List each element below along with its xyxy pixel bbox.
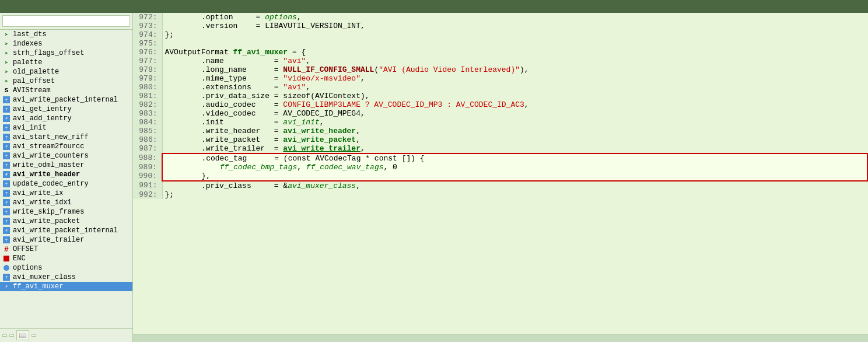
hash-icon: #: [2, 245, 10, 253]
sidebar-item-label: avi_start_new_riff: [13, 133, 89, 141]
sidebar-item-ff_avi_muxer[interactable]: fff_avi_muxer: [0, 282, 132, 291]
line-content: },: [162, 172, 867, 181]
sidebar-item-avi_write_ix[interactable]: favi_write_ix: [0, 189, 132, 198]
sidebar-item-avi_muxer_class[interactable]: favi_muxer_class: [0, 273, 132, 282]
sidebar-item-label: ENC: [13, 254, 26, 263]
line-content: };: [162, 190, 867, 199]
blue-square-icon: f: [2, 282, 10, 291]
sidebar: ➤last_dts➤indexes➤strh_flags_offset➤pale…: [0, 13, 133, 342]
sidebar-item-avi_write_packet_internal[interactable]: favi_write_packet_internal: [0, 95, 132, 104]
line-content: .priv_data_size = sizeof(AVIContext),: [162, 92, 867, 100]
sidebar-item-palette[interactable]: ➤palette: [0, 58, 132, 67]
sidebar-item-indexes[interactable]: ➤indexes: [0, 39, 132, 48]
line-number: 983:: [133, 109, 162, 118]
line-content: .codec_tag = (const AVCodecTag * const […: [162, 153, 867, 163]
sidebar-item-label: avi_write_counters: [13, 152, 89, 160]
blue-square-icon: f: [2, 217, 10, 225]
sidebar-item-avi_write_counters[interactable]: favi_write_counters: [0, 151, 132, 160]
sidebar-item-pal_offset[interactable]: ➤pal_offset: [0, 76, 132, 86]
sidebar-item-label: write_odml_master: [13, 161, 84, 169]
blue-square-icon: f: [2, 142, 10, 151]
green-arrow-icon: ➤: [2, 77, 10, 85]
code-line-981: 981: .priv_data_size = sizeof(AVIContext…: [133, 92, 867, 100]
line-number: 976:: [133, 48, 162, 57]
code-line-988: 988: .codec_tag = (const AVCodecTag * co…: [133, 153, 867, 163]
line-number: 973:: [133, 22, 162, 30]
sidebar-item-last_dts[interactable]: ➤last_dts: [0, 30, 132, 39]
book-button[interactable]: 📖: [16, 330, 29, 340]
app-container: ➤last_dts➤indexes➤strh_flags_offset➤pale…: [0, 0, 868, 342]
code-line-983: 983: .video_codec = AV_CODEC_ID_MPEG4,: [133, 109, 867, 118]
sidebar-item-avi_write_packet[interactable]: favi_write_packet: [0, 217, 132, 226]
sidebar-item-avi_write_header[interactable]: favi_write_header: [0, 170, 132, 179]
red-square-icon: [2, 254, 10, 263]
blue-circle-icon: [2, 264, 10, 272]
sidebar-item-ENC[interactable]: ENC: [0, 254, 132, 263]
sidebar-search-area: [0, 13, 132, 30]
sidebar-item-update_codec_entry[interactable]: fupdate_codec_entry: [0, 179, 132, 189]
code-line-979: 979: .mime_type = "video/x-msvideo",: [133, 74, 867, 83]
line-content: .priv_class = &avi_muxer_class,: [162, 181, 867, 190]
sidebar-item-label: avi_get_ientry: [13, 105, 72, 113]
settings-button[interactable]: [32, 334, 36, 337]
line-content: .name = "avi",: [162, 57, 867, 65]
sidebar-item-avi_write_idx1[interactable]: favi_write_idx1: [0, 198, 132, 207]
line-number: 984:: [133, 118, 162, 127]
sidebar-item-old_palette[interactable]: ➤old_palette: [0, 67, 132, 76]
blue-square-icon: f: [2, 170, 10, 179]
line-number: 972:: [133, 13, 162, 22]
sidebar-item-OFFSET[interactable]: #OFFSET: [0, 245, 132, 254]
sidebar-item-AVIStream[interactable]: SAVIStream: [0, 86, 132, 95]
sidebar-item-avi_start_new_riff[interactable]: favi_start_new_riff: [0, 132, 132, 142]
sidebar-item-label: avi_write_packet_internal: [13, 96, 118, 104]
line-content: .extensions = "avi",: [162, 83, 867, 92]
sidebar-item-write_skip_frames[interactable]: fwrite_skip_frames: [0, 207, 132, 217]
sidebar-item-options[interactable]: options: [0, 263, 132, 273]
code-scroll[interactable]: 972: .option = options,973: .version = L…: [133, 13, 868, 334]
blue-square-icon: f: [2, 236, 10, 244]
line-number: 987:: [133, 144, 162, 153]
symbol-search-input[interactable]: [2, 15, 130, 27]
blue-square-icon: f: [2, 198, 10, 207]
sidebar-item-strh_flags_offset[interactable]: ➤strh_flags_offset: [0, 48, 132, 58]
line-number: 989:: [133, 163, 162, 172]
green-arrow-icon: ➤: [2, 68, 10, 76]
sidebar-item-avi_add_ientry[interactable]: favi_add_ientry: [0, 114, 132, 123]
sidebar-list[interactable]: ➤last_dts➤indexes➤strh_flags_offset➤pale…: [0, 30, 132, 328]
title-bar: [0, 0, 868, 13]
line-content: AVOutputFormat ff_avi_muxer = {: [162, 48, 867, 57]
line-content: };: [162, 30, 867, 39]
sidebar-item-avi_get_ientry[interactable]: favi_get_ientry: [0, 104, 132, 114]
sidebar-item-avi_write_packet_internal2[interactable]: favi_write_packet_internal: [0, 226, 132, 235]
line-number: 991:: [133, 181, 162, 190]
sidebar-item-label: update_codec_entry: [13, 180, 89, 188]
code-line-986: 986: .write_packet = avi_write_packet,: [133, 135, 867, 144]
code-line-990: 990: },: [133, 172, 867, 181]
line-content: ff_codec_bmp_tags, ff_codec_wav_tags, 0: [162, 163, 867, 172]
sidebar-toolbar: 📖: [0, 328, 132, 342]
az-sort-button[interactable]: [2, 334, 7, 337]
line-content: .long_name = NULL_IF_CONFIG_SMALL("AVI (…: [162, 65, 867, 74]
sidebar-item-label: indexes: [13, 40, 42, 48]
sidebar-item-label: avi_add_ientry: [13, 114, 72, 123]
line-content: [162, 39, 867, 48]
code-line-972: 972: .option = options,: [133, 13, 867, 22]
grid-view-button[interactable]: [9, 334, 14, 337]
sidebar-item-avi_stream2fourcc[interactable]: favi_stream2fourcc: [0, 142, 132, 151]
code-line-973: 973: .version = LIBAVUTIL_VERSION_INT,: [133, 22, 867, 30]
sidebar-item-avi_init[interactable]: favi_init: [0, 123, 132, 132]
code-line-984: 984: .init = avi_init,: [133, 118, 867, 127]
blue-square-icon: f: [2, 273, 10, 281]
sidebar-item-avi_write_trailer[interactable]: favi_write_trailer: [0, 235, 132, 245]
green-arrow-icon: ➤: [2, 40, 10, 48]
sidebar-item-label: pal_offset: [13, 77, 55, 85]
sidebar-item-label: avi_write_trailer: [13, 236, 84, 244]
line-number: 982:: [133, 100, 162, 109]
line-content: .mime_type = "video/x-msvideo",: [162, 74, 867, 83]
line-number: 985:: [133, 127, 162, 135]
horizontal-scrollbar[interactable]: [133, 334, 868, 342]
line-number: 992:: [133, 190, 162, 199]
sidebar-item-write_odml_master[interactable]: fwrite_odml_master: [0, 160, 132, 170]
line-number: 986:: [133, 135, 162, 144]
green-arrow-icon: ➤: [2, 58, 10, 67]
